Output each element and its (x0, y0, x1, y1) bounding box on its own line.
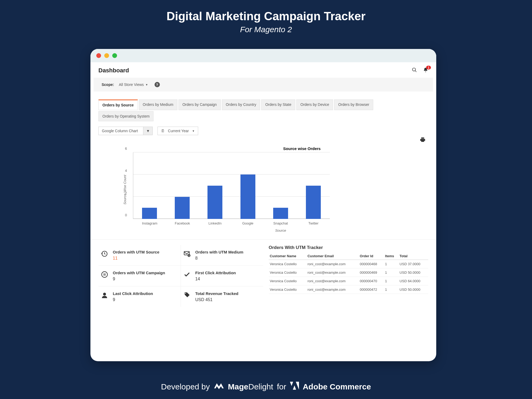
tab-orders-by-campaign[interactable]: Orders by Campaign (178, 99, 221, 110)
chevron-down-icon: ▼ (146, 83, 148, 86)
table-row[interactable]: Veronica Costelloroni_cost@example.com00… (269, 260, 428, 268)
scope-label: Scope: (102, 82, 114, 87)
metric-value: 8 (195, 256, 243, 261)
chart-xtick: Instagram (142, 221, 157, 225)
mail-check-icon (183, 250, 191, 258)
table-cell: 000000469 (359, 268, 384, 277)
table-row[interactable]: Veronica Costelloroni_cost@example.com00… (269, 285, 428, 294)
chart-ytick: 4 (125, 169, 127, 173)
chart-ytick: 6 (125, 147, 127, 151)
metric-card: Orders with UTM Medium8 (181, 245, 263, 265)
chart-xlabel: Source (133, 228, 428, 232)
chart-xtick: Twitter (306, 221, 321, 225)
table-cell: USD 64.0000 (398, 277, 428, 285)
metric-card: Total Revenue TrackedUSD 451 (181, 286, 263, 307)
window-titlebar (90, 49, 436, 62)
chart-xtick: LinkedIn (207, 221, 222, 225)
tab-orders-by-source[interactable]: Orders by Source (98, 99, 138, 110)
metric-value: 11 (113, 256, 159, 261)
table-cell: Veronica Costello (269, 268, 306, 277)
table-cell: roni_cost@example.com (306, 260, 359, 268)
notification-badge: 1 (426, 66, 431, 69)
notifications-icon[interactable]: 1 (423, 67, 428, 74)
tab-orders-by-state[interactable]: Orders by State (261, 99, 295, 110)
chevron-down-icon: ▼ (143, 127, 152, 135)
search-icon[interactable] (412, 67, 417, 74)
footer-dev-by: Developed by (161, 382, 210, 391)
promo-title: Digital Marketing Campaign Tracker (0, 0, 532, 23)
metric-card: First Click Attribution14 (181, 265, 263, 286)
chart-ytick: 2 (125, 191, 127, 195)
print-icon[interactable] (420, 137, 426, 144)
metric-label: First Click Attribution (195, 271, 236, 275)
metric-value: 9 (113, 297, 153, 302)
metric-card: Last Click Attribution9 (98, 286, 181, 307)
tab-orders-by-operating-system[interactable]: Orders by Operating System (98, 111, 153, 121)
page-title: Dashboard (98, 67, 129, 74)
metric-card: Orders with UTM Campaign9 (98, 265, 181, 286)
help-icon[interactable]: ? (155, 82, 160, 87)
table-cell: roni_cost@example.com (306, 277, 359, 285)
browser-window: Dashboard 1 Scope: All Store Views ▼ (90, 49, 436, 361)
table-row[interactable]: Veronica Costelloroni_cost@example.com00… (269, 268, 428, 277)
table-cell: roni_cost@example.com (306, 285, 359, 294)
footer-brand-delight: Delight (248, 382, 273, 391)
close-icon[interactable] (96, 53, 101, 58)
chart-bar[interactable] (142, 208, 157, 219)
metric-label: Orders with UTM Medium (195, 250, 243, 254)
table-cell: 1 (384, 260, 399, 268)
tab-orders-by-country[interactable]: Orders by Country (222, 99, 260, 110)
chart-xtick: Snapchat (273, 221, 288, 225)
table-row[interactable]: Veronica Costelloroni_cost@example.com00… (269, 277, 428, 285)
metrics-grid: Orders with UTM Source11Orders with UTM … (98, 245, 263, 307)
chart-bar[interactable] (273, 208, 288, 219)
user-icon (101, 291, 109, 299)
chart-title: Source wise Orders (176, 146, 428, 151)
table-cell: USD 50.0000 (398, 285, 428, 294)
scope-value: All Store Views (119, 82, 144, 87)
magedelight-logo-icon (214, 382, 224, 392)
table-cell: 1 (384, 268, 399, 277)
svg-point-7 (103, 293, 106, 296)
chart-bar[interactable] (175, 197, 190, 219)
orders-table-container: Orders With UTM Tracker Customer NameCus… (269, 245, 428, 307)
table-cell: Veronica Costello (269, 260, 306, 268)
metric-value: USD 451 (195, 297, 238, 302)
promo-subtitle: For Magento 2 (0, 25, 532, 34)
table-cell: 1 (384, 277, 399, 285)
svg-point-0 (413, 68, 416, 71)
tab-orders-by-browser[interactable]: Orders by Browser (334, 99, 373, 110)
chart-type-select[interactable]: Google Column Chart ▼ (98, 127, 153, 135)
metric-value: 9 (113, 277, 165, 281)
metric-label: Last Click Attribution (113, 291, 153, 296)
chart-ylabel: Source Wise Count (123, 175, 127, 205)
period-select[interactable]: 🗓 Current Year ▼ (157, 127, 198, 135)
table-cell: USD 37.0000 (398, 260, 428, 268)
chart-xtick: Facebook (175, 221, 190, 225)
footer-brand-mage: Mage (228, 382, 248, 391)
chart-bar[interactable] (240, 174, 255, 219)
svg-line-1 (415, 71, 417, 72)
footer-for: for (277, 382, 286, 391)
tab-orders-by-medium[interactable]: Orders by Medium (139, 99, 177, 110)
period-value: Current Year (168, 129, 189, 133)
chart-container: Source wise Orders Source Wise Count Ins… (90, 144, 436, 235)
table-cell: 1 (384, 285, 399, 294)
metric-value: 14 (195, 277, 236, 281)
table-header: Customer Name (269, 252, 306, 260)
metric-label: Total Revenue Tracked (195, 291, 238, 296)
tag-icon (183, 291, 191, 299)
table-header: Items (384, 252, 399, 260)
table-header: Order Id (359, 252, 384, 260)
scope-select[interactable]: All Store Views ▼ (119, 82, 148, 87)
table-title: Orders With UTM Tracker (269, 245, 428, 250)
chart-bar[interactable] (207, 186, 222, 219)
tab-orders-by-device[interactable]: Orders by Device (296, 99, 333, 110)
chart-bar[interactable] (306, 186, 321, 219)
chart-type-value: Google Column Chart (102, 129, 138, 133)
minimize-icon[interactable] (104, 53, 109, 58)
scope-bar: Scope: All Store Views ▼ ? (94, 78, 433, 92)
pause-icon (101, 271, 109, 279)
maximize-icon[interactable] (112, 53, 117, 58)
svg-point-4 (102, 272, 107, 277)
